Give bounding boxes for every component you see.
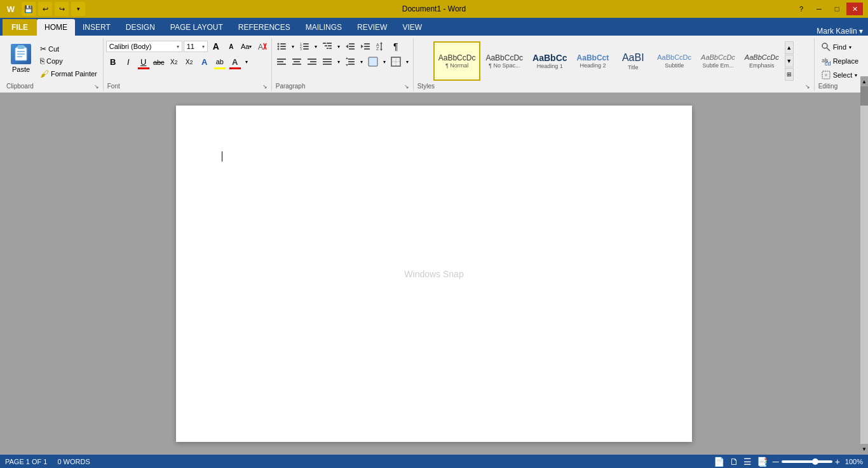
styles-scroll-up[interactable]: ▲	[785, 41, 794, 54]
zoom-track[interactable]	[782, 460, 832, 463]
zoom-thumb[interactable]	[812, 458, 818, 465]
tab-review[interactable]: REVIEW	[349, 19, 395, 36]
font-name-selector[interactable]: Calibri (Body) ▾	[106, 41, 182, 52]
italic-button[interactable]: I	[121, 55, 135, 69]
styles-expand-icon[interactable]: ↘	[805, 83, 810, 90]
vertical-scrollbar[interactable]: ▲ ▼	[860, 93, 868, 454]
styles-scroll-down[interactable]: ▼	[785, 55, 794, 67]
bold-button[interactable]: B	[106, 55, 120, 69]
style-heading1[interactable]: AaBbCc Heading 1	[528, 41, 571, 81]
numbering-button[interactable]: 1.2.3.	[297, 39, 311, 53]
svg-point-61	[822, 43, 827, 48]
tab-references[interactable]: REFERENCES	[231, 19, 298, 36]
qat-redo-button[interactable]: ↪	[55, 2, 69, 16]
decrease-indent-button[interactable]	[343, 39, 357, 53]
tab-home[interactable]: HOME	[37, 19, 75, 36]
borders-dropdown[interactable]: ▾	[404, 55, 410, 69]
font-expand-icon[interactable]: ↘	[262, 83, 268, 90]
align-center-button[interactable]	[290, 55, 304, 69]
copy-icon: ⎘	[40, 57, 44, 65]
help-button[interactable]: ?	[793, 3, 810, 15]
underline-button[interactable]: U	[137, 55, 151, 69]
style-subtitle[interactable]: AaBbCcDc Subtitle	[653, 41, 696, 81]
font-color-dropdown[interactable]: ▾	[243, 55, 250, 69]
replace-button[interactable]: abcd Replace	[817, 55, 863, 67]
find-button[interactable]: Find ▾	[817, 41, 863, 53]
tab-design[interactable]: DESIGN	[118, 19, 163, 36]
reading-layout-button[interactable]: ☰	[743, 457, 752, 467]
qat-customize-button[interactable]: ▾	[71, 2, 85, 16]
page[interactable]: Windows Snap	[176, 106, 692, 442]
align-right-button[interactable]	[305, 55, 319, 69]
text-effects-button[interactable]: A	[198, 55, 212, 69]
shading-button[interactable]	[366, 55, 380, 69]
style-emphasis[interactable]: AaBbCcDc Emphasis	[740, 41, 783, 81]
format-painter-button[interactable]: 🖌 Format Painter	[37, 67, 100, 80]
multilevel-dropdown[interactable]: ▾	[336, 39, 342, 53]
user-account[interactable]: Mark Kaelin ▾	[817, 27, 868, 36]
clipboard-label: Clipboard	[6, 83, 34, 90]
clipboard-expand-icon[interactable]: ↘	[94, 83, 99, 90]
style-heading2[interactable]: AaBbCct Heading 2	[573, 41, 614, 81]
superscript-button[interactable]: X2	[182, 55, 196, 69]
strikethrough-button[interactable]: abc	[152, 55, 166, 69]
tab-view[interactable]: VIEW	[395, 19, 430, 36]
styles-expand-button[interactable]: ⊞	[785, 68, 794, 81]
clear-format-button[interactable]: A	[255, 39, 269, 53]
paragraph-expand-icon[interactable]: ↘	[404, 83, 409, 90]
copy-button[interactable]: ⎘ Copy	[37, 55, 100, 67]
numbering-dropdown[interactable]: ▾	[313, 39, 319, 53]
change-case-button[interactable]: Aa▾	[240, 39, 254, 53]
highlight-button[interactable]: ab	[213, 55, 227, 69]
style-normal[interactable]: AaBbCcDc ¶ Normal	[433, 41, 481, 81]
print-layout-button[interactable]: 🗋	[729, 457, 738, 467]
tab-mailings[interactable]: MAILINGS	[298, 19, 349, 36]
scroll-down-button[interactable]: ▼	[860, 444, 868, 454]
svg-text:cd: cd	[825, 60, 831, 65]
select-button[interactable]: Select ▾	[817, 69, 863, 81]
font-grow-button[interactable]: A	[209, 39, 223, 53]
bullets-dropdown[interactable]: ▾	[290, 39, 296, 53]
zoom-in-button[interactable]: +	[835, 457, 840, 467]
font-shrink-button[interactable]: A	[224, 39, 238, 53]
line-spacing-dropdown[interactable]: ▾	[358, 55, 365, 69]
scroll-thumb[interactable]	[860, 93, 868, 106]
borders-button[interactable]	[389, 55, 403, 69]
justify-button[interactable]	[320, 55, 334, 69]
show-hide-button[interactable]: ¶	[389, 39, 403, 53]
paste-button[interactable]: Paste	[5, 41, 37, 76]
font-size-selector[interactable]: 11 ▾	[184, 41, 208, 52]
style-heading1-name: Heading 1	[537, 63, 563, 69]
subscript-button[interactable]: X2	[167, 55, 181, 69]
style-subtle-emphasis[interactable]: AaBbCcDc Subtle Em...	[696, 41, 740, 81]
tab-page-layout[interactable]: PAGE LAYOUT	[163, 19, 231, 36]
web-layout-button[interactable]: 📑	[757, 457, 768, 467]
qat-undo-button[interactable]: ↩	[38, 2, 52, 16]
qat-save-button[interactable]: 💾	[22, 2, 36, 16]
cut-button[interactable]: ✂ Cut	[37, 43, 100, 55]
tab-insert[interactable]: INSERT	[75, 19, 118, 36]
style-no-spacing[interactable]: AaBbCcDc ¶ No Spac...	[481, 41, 527, 81]
svg-rect-52	[348, 59, 355, 60]
style-title[interactable]: AaBI Title	[614, 41, 652, 81]
tab-file[interactable]: FILE	[3, 19, 37, 36]
document-area[interactable]: Windows Snap ▲ ▼	[0, 93, 868, 455]
bullets-button[interactable]	[275, 39, 288, 53]
line-spacing-button[interactable]	[343, 55, 357, 69]
language-button[interactable]: 📄	[714, 457, 724, 467]
multilevel-button[interactable]	[320, 39, 334, 53]
maximize-button[interactable]: □	[829, 3, 845, 15]
svg-rect-18	[303, 46, 309, 47]
align-left-button[interactable]	[275, 55, 288, 69]
justify-dropdown[interactable]: ▾	[336, 55, 342, 69]
minimize-button[interactable]: ─	[811, 3, 827, 15]
zoom-out-button[interactable]: ─	[773, 457, 779, 467]
style-emphasis-preview: AaBbCcDc	[745, 53, 779, 62]
font-name-dropdown-arrow: ▾	[177, 44, 179, 50]
font-color-button[interactable]: A	[228, 55, 242, 69]
increase-indent-button[interactable]	[358, 39, 372, 53]
sort-button[interactable]: AZ	[374, 39, 388, 53]
shading-dropdown[interactable]: ▾	[381, 55, 388, 69]
close-button[interactable]: ✕	[846, 3, 863, 15]
zoom-level[interactable]: 100%	[845, 458, 863, 465]
